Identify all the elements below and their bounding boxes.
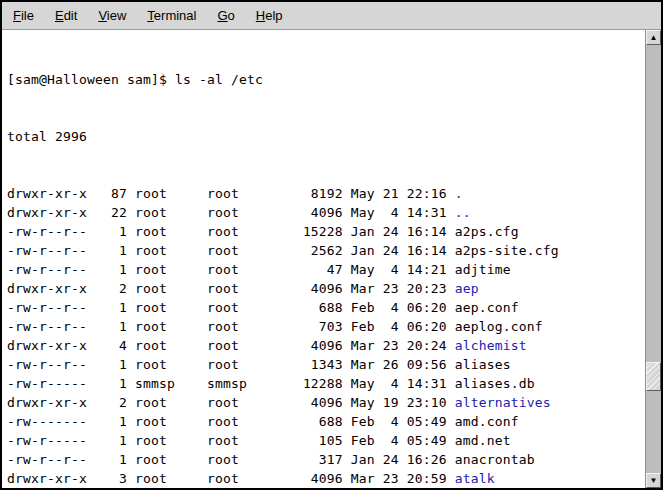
scrollbar-thumb[interactable] — [646, 362, 661, 391]
file-name: aep — [455, 281, 479, 296]
file-name: amd.net — [455, 433, 511, 448]
terminal-line: -rw-r----- 1 smmsp smmsp 12288 May 4 14:… — [7, 374, 645, 393]
terminal-line: drwxr-xr-x 2 root root 4096 Mar 23 20:23… — [7, 279, 645, 298]
terminal-line: -rw-r--r-- 1 root root 703 Feb 4 06:20 a… — [7, 317, 645, 336]
menu-item-terminal[interactable]: Terminal — [145, 5, 198, 26]
terminal-line: -rw------- 1 root root 688 Feb 4 05:49 a… — [7, 412, 645, 431]
file-name: . — [455, 186, 463, 201]
file-name: adjtime — [455, 262, 511, 277]
prompt-line: [sam@Halloween sam]$ ls -al /etc — [7, 70, 645, 89]
file-name: anacrontab — [455, 452, 535, 467]
terminal-line: drwxr-xr-x 87 root root 8192 May 21 22:1… — [7, 184, 645, 203]
file-name: .. — [455, 205, 471, 220]
terminal-line: -rw-r--r-- 1 root root 317 Jan 24 16:26 … — [7, 450, 645, 469]
file-name: atalk — [455, 471, 495, 486]
file-name: a2ps-site.cfg — [455, 243, 559, 258]
menu-item-label: V — [98, 8, 106, 23]
file-name: aliases.db — [455, 376, 535, 391]
terminal-body: [sam@Halloween sam]$ ls -al /etc total 2… — [2, 30, 661, 488]
file-listing: drwxr-xr-x 87 root root 8192 May 21 22:1… — [7, 184, 645, 488]
file-name: amd.conf — [455, 414, 519, 429]
terminal-line: drwxr-xr-x 3 root root 4096 Mar 23 20:59… — [7, 469, 645, 488]
terminal-line: drwxr-xr-x 22 root root 4096 May 4 14:31… — [7, 203, 645, 222]
file-name: aliases — [455, 357, 511, 372]
menu-item-label: G — [217, 8, 227, 23]
terminal-window: File Edit View Terminal Go Help [sam@Hal… — [0, 0, 663, 490]
terminal-screen[interactable]: [sam@Halloween sam]$ ls -al /etc total 2… — [2, 30, 645, 488]
file-name: aeplog.conf — [455, 319, 543, 334]
file-name: a2ps.cfg — [455, 224, 519, 239]
up-arrow-icon: ▲ — [650, 34, 658, 42]
terminal-line: -rw-r--r-- 1 root root 1343 Mar 26 09:56… — [7, 355, 645, 374]
menu-item-file[interactable]: File — [11, 5, 36, 26]
total-line: total 2996 — [7, 127, 645, 146]
scroll-up-button[interactable]: ▲ — [646, 30, 661, 45]
menubar: File Edit View Terminal Go Help — [2, 2, 661, 30]
file-name: alternatives — [455, 395, 551, 410]
scrollbar[interactable]: ▲ ▼ — [645, 30, 661, 488]
menu-item-view[interactable]: View — [96, 5, 128, 26]
scroll-down-button[interactable]: ▼ — [646, 473, 661, 488]
terminal-line: -rw-r--r-- 1 root root 2562 Jan 24 16:14… — [7, 241, 645, 260]
menu-item-label: F — [13, 8, 21, 23]
terminal-line: -rw-r--r-- 1 root root 688 Feb 4 06:20 a… — [7, 298, 645, 317]
file-name: aep.conf — [455, 300, 519, 315]
terminal-line: drwxr-xr-x 2 root root 4096 May 19 23:10… — [7, 393, 645, 412]
scrollbar-trough[interactable] — [646, 45, 661, 473]
menu-item-go[interactable]: Go — [215, 5, 236, 26]
down-arrow-icon: ▼ — [650, 477, 658, 485]
terminal-line: -rw-r----- 1 root root 105 Feb 4 05:49 a… — [7, 431, 645, 450]
terminal-line: -rw-r--r-- 1 root root 15228 Jan 24 16:1… — [7, 222, 645, 241]
terminal-line: drwxr-xr-x 4 root root 4096 Mar 23 20:24… — [7, 336, 645, 355]
menu-item-help[interactable]: Help — [254, 5, 285, 26]
menu-item-edit[interactable]: Edit — [53, 5, 79, 26]
terminal-line: -rw-r--r-- 1 root root 47 May 4 14:21 ad… — [7, 260, 645, 279]
file-name: alchemist — [455, 338, 527, 353]
menu-item-label: E — [55, 8, 64, 23]
menu-item-label: H — [256, 8, 265, 23]
